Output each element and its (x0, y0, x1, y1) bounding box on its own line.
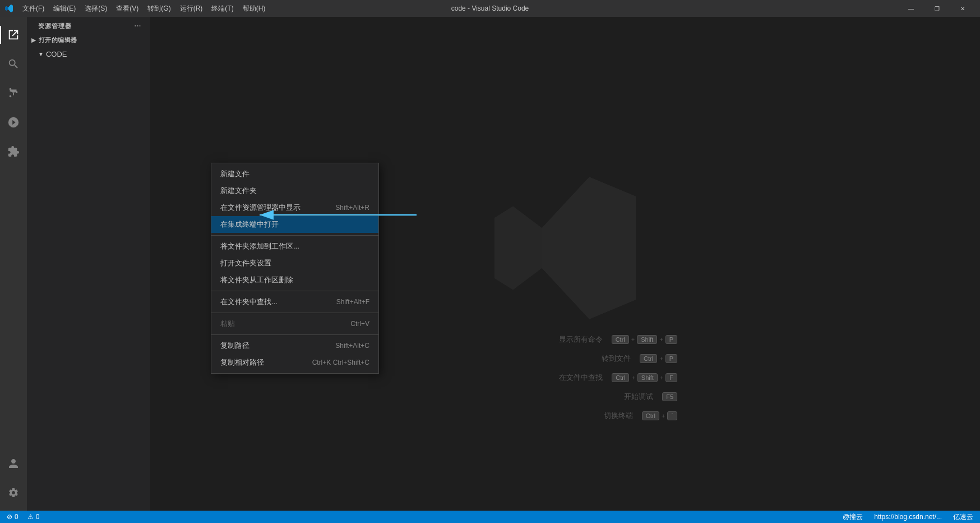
code-folder[interactable]: ▼ CODE (27, 49, 150, 59)
key-ctrl4: Ctrl (642, 411, 659, 420)
ctx-copy-path-shortcut: Shift+Alt+C (335, 342, 369, 350)
code-folder-section: ▼ CODE (27, 48, 150, 61)
ctx-remove-from-workspace[interactable]: 将文件夹从工作区删除 (211, 272, 378, 288)
status-errors[interactable]: ⊘ 0 (4, 513, 21, 521)
ctx-open-terminal-label: 在集成终端中打开 (220, 219, 279, 230)
context-menu: 新建文件 新建文件夹 在文件资源管理器中显示 Shift+Alt+R 在集成终端… (211, 163, 379, 374)
ctx-separator-3 (211, 313, 378, 313)
main-layout: 资源管理器 ··· ▶ 打开的编辑器 ▼ CODE 显示所有命令 (0, 17, 980, 511)
status-author[interactable]: @撞云 (840, 512, 865, 522)
sidebar-header: 资源管理器 ··· (27, 17, 150, 33)
vscode-logo-icon (4, 4, 13, 13)
ctx-add-to-workspace[interactable]: 将文件夹添加到工作区... (211, 238, 378, 255)
ctx-separator-4 (211, 334, 378, 335)
ctx-find-label: 在文件夹中查找... (220, 297, 278, 307)
shortcut-label-commands: 显示所有命令 (453, 334, 603, 345)
settings-icon (8, 487, 19, 498)
shortcut-keys-find: Ctrl + Shift + F (612, 373, 677, 382)
ctx-new-folder-label: 新建文件夹 (220, 186, 257, 196)
shortcut-label-debug: 开始调试 (453, 392, 653, 402)
close-button[interactable]: ✕ (950, 0, 976, 17)
shortcut-keys-debug: F5 (662, 392, 677, 401)
open-editors-section: ▶ 打开的编辑器 (27, 33, 150, 48)
menu-file[interactable]: 文件(F) (18, 2, 49, 16)
ctx-new-file[interactable]: 新建文件 (211, 166, 378, 182)
folder-arrow-icon: ▼ (38, 51, 44, 57)
ctx-copy-rel-path-shortcut: Ctrl+K Ctrl+Shift+C (312, 359, 369, 366)
key-shift2: Shift (637, 373, 658, 382)
ctx-open-in-terminal[interactable]: 在集成终端中打开 (211, 216, 378, 233)
shortcut-label-file: 转到文件 (453, 354, 631, 364)
minimize-button[interactable]: — (898, 0, 924, 17)
sidebar-title: 资源管理器 (38, 22, 72, 30)
status-bar-right: @撞云 https://blog.csdn.net/... 亿速云 (840, 512, 976, 522)
activity-extensions[interactable] (0, 138, 27, 165)
error-icon: ⊘ (7, 513, 12, 521)
activity-bar-bottom (0, 450, 27, 511)
ctx-open-folder-settings[interactable]: 打开文件夹设置 (211, 255, 378, 272)
menu-select[interactable]: 选择(S) (80, 2, 112, 16)
status-warnings[interactable]: ⚠ 0 (25, 513, 42, 521)
activity-run-debug[interactable] (0, 109, 27, 136)
open-editors-header[interactable]: ▶ 打开的编辑器 (27, 34, 150, 47)
ctx-separator-2 (211, 291, 378, 291)
shortcut-keys-commands: Ctrl + Shift + P (612, 335, 677, 344)
ctx-new-folder[interactable]: 新建文件夹 (211, 182, 378, 199)
sidebar-more-button[interactable]: ··· (132, 21, 144, 30)
shortcut-row-commands: 显示所有命令 Ctrl + Shift + P (453, 334, 677, 345)
key-f: F (665, 373, 677, 382)
status-bar: ⊘ 0 ⚠ 0 @撞云 https://blog.csdn.net/... 亿速… (0, 511, 980, 523)
status-brand[interactable]: 亿速云 (951, 512, 976, 522)
status-author-label: @撞云 (843, 512, 863, 522)
shortcut-row-debug: 开始调试 F5 (453, 392, 677, 402)
key-ctrl: Ctrl (612, 335, 629, 344)
activity-account[interactable] (0, 450, 27, 477)
ctx-add-workspace-label: 将文件夹添加到工作区... (220, 241, 299, 251)
status-link-label: https://blog.csdn.net/... (874, 513, 942, 521)
status-link[interactable]: https://blog.csdn.net/... (872, 513, 944, 521)
key-ctrl2: Ctrl (640, 354, 657, 363)
warning-icon: ⚠ (27, 513, 34, 521)
menu-run[interactable]: 运行(R) (175, 2, 207, 16)
activity-source-control[interactable] (0, 80, 27, 107)
maximize-button[interactable]: ❐ (924, 0, 950, 17)
ctx-new-file-label: 新建文件 (220, 169, 249, 179)
key-f5: F5 (662, 392, 677, 401)
ctx-paste: 粘贴 Ctrl+V (211, 315, 378, 332)
ctx-reveal-in-explorer[interactable]: 在文件资源管理器中显示 Shift+Alt+R (211, 199, 378, 216)
key-p2: P (665, 354, 677, 363)
activity-settings[interactable] (0, 479, 27, 506)
ctx-copy-path[interactable]: 复制路径 Shift+Alt+C (211, 337, 378, 354)
run-debug-icon (7, 116, 20, 129)
menu-edit[interactable]: 编辑(E) (49, 2, 80, 16)
status-brand-label: 亿速云 (953, 512, 973, 522)
menu-terminal[interactable]: 终端(T) (207, 2, 238, 16)
menu-goto[interactable]: 转到(G) (143, 2, 175, 16)
ctx-paste-shortcut: Ctrl+V (350, 320, 369, 328)
ctx-copy-relative-path[interactable]: 复制相对路径 Ctrl+K Ctrl+Shift+C (211, 354, 378, 371)
status-bar-left: ⊘ 0 ⚠ 0 (4, 513, 41, 521)
menu-view[interactable]: 查看(V) (112, 2, 143, 16)
shortcut-keys-file: Ctrl + P (640, 354, 677, 363)
warning-count: 0 (36, 513, 40, 521)
shortcut-label-find: 在文件中查找 (453, 373, 603, 383)
ctx-find-shortcut: Shift+Alt+F (336, 298, 369, 306)
shortcut-row-find: 在文件中查找 Ctrl + Shift + F (453, 373, 677, 383)
window-controls: — ❐ ✕ (898, 0, 976, 17)
search-icon (7, 58, 20, 70)
menu-help[interactable]: 帮助(H) (238, 2, 270, 16)
activity-search[interactable] (0, 51, 27, 77)
error-count: 0 (15, 513, 19, 521)
ctx-find-in-folder[interactable]: 在文件夹中查找... Shift+Alt+F (211, 293, 378, 310)
explorer-icon (7, 29, 20, 41)
shortcut-row-file: 转到文件 Ctrl + P (453, 354, 677, 364)
key-p: P (665, 335, 677, 344)
window-title: code - Visual Studio Code (451, 4, 529, 12)
source-control-icon (7, 87, 20, 99)
title-bar-left: 文件(F) 编辑(E) 选择(S) 查看(V) 转到(G) 运行(R) 终端(T… (4, 2, 270, 16)
activity-explorer[interactable] (0, 21, 27, 48)
vscode-watermark-icon (487, 169, 644, 327)
folder-name: CODE (46, 50, 67, 58)
key-ctrl3: Ctrl (612, 373, 629, 382)
shortcut-keys-terminal: Ctrl + ` (642, 411, 677, 420)
